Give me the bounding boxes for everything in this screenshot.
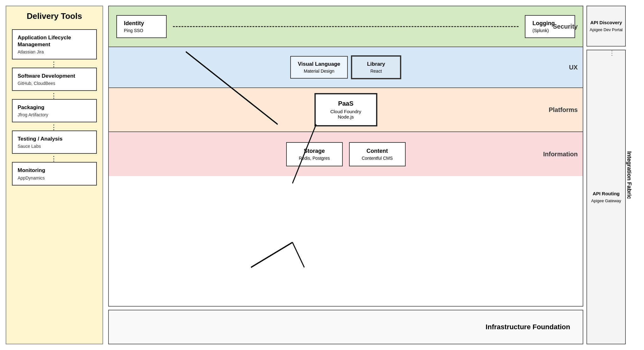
packaging-title: Packaging [18, 104, 91, 111]
api-routing-text: API Routing Apigee Gateway [591, 190, 621, 204]
delivery-tools-title: Delivery Tools [12, 11, 97, 24]
security-band: Identity Ping SSO Logging (Splunk) Secur… [109, 6, 583, 47]
identity-title: Identity [124, 20, 159, 27]
ux-band: Visual Language Material Design Library … [109, 47, 583, 88]
paas-title: PaaS [326, 100, 366, 107]
monitoring-subtitle: AppDynamics [18, 175, 91, 181]
delivery-tools-panel: Delivery Tools Application Lifecycle Man… [6, 6, 103, 344]
security-label: Security [553, 23, 578, 30]
svg-line-1 [251, 242, 292, 267]
ux-boxes: Visual Language Material Design Library … [290, 55, 401, 79]
software-dev-item: Software Development GitHub, CloudBees [12, 68, 97, 91]
storage-box: Storage Redis, Postgres [286, 142, 343, 166]
main-content: Identity Ping SSO Logging (Splunk) Secur… [108, 6, 583, 344]
visual-language-title: Visual Language [298, 61, 340, 67]
visual-language-subtitle: Material Design [298, 69, 340, 74]
api-discovery-box: API Discovery Apigee Dev Portal [586, 6, 626, 47]
right-area: Identity Ping SSO Logging (Splunk) Secur… [108, 6, 638, 344]
alm-title: Application Lifecycle Management [18, 34, 91, 48]
svg-line-2 [292, 242, 304, 267]
security-dotted-line [173, 26, 519, 27]
infrastructure-band: Infrastructure Foundation [108, 310, 583, 344]
alm-subtitle: Atlassian Jira [18, 49, 91, 54]
software-dev-title: Software Development [18, 73, 91, 80]
separator-4: ⋮ [12, 156, 97, 162]
api-discovery-text: API Discovery Apigee Dev Portal [590, 19, 623, 33]
top-section: Identity Ping SSO Logging (Splunk) Secur… [108, 6, 583, 307]
software-dev-subtitle: GitHub, CloudBees [18, 81, 91, 86]
platforms-label: Platforms [549, 106, 578, 114]
paas-box: PaaS Cloud FoundryNode.js [314, 93, 377, 126]
api-routing-box: API Routing Apigee Gateway [586, 50, 626, 344]
content-box: Content Contentful CMS [349, 142, 406, 166]
packaging-item: Packaging Jfrog Artifactory [12, 99, 97, 122]
ux-label: UX [569, 64, 578, 71]
separator-3: ⋮ [12, 124, 97, 131]
alm-item: Application Lifecycle Management Atlassi… [12, 29, 97, 59]
library-box: Library React [351, 55, 401, 79]
content-subtitle: Contentful CMS [358, 156, 397, 161]
storage-title: Storage [295, 148, 334, 154]
packaging-subtitle: Jfrog Artifactory [18, 112, 91, 117]
library-subtitle: React [359, 69, 393, 74]
testing-item: Testing / Analysis Sauce Labs [12, 131, 97, 154]
monitoring-item: Monitoring AppDynamics [12, 162, 97, 185]
information-band: Storage Redis, Postgres Content Contentf… [109, 132, 583, 176]
platforms-band: PaaS Cloud FoundryNode.js Platforms [109, 88, 583, 132]
visual-language-box: Visual Language Material Design [290, 56, 348, 79]
identity-subtitle: Ping SSO [124, 28, 159, 33]
integration-fabric-label: Integration Fabric [625, 151, 632, 199]
api-dotted-separator: ⋮ [609, 49, 616, 57]
separator-2: ⋮ [12, 93, 97, 99]
monitoring-title: Monitoring [18, 167, 91, 174]
identity-box: Identity Ping SSO [116, 15, 167, 38]
storage-subtitle: Redis, Postgres [295, 156, 334, 161]
testing-subtitle: Sauce Labs [18, 144, 91, 149]
library-title: Library [359, 61, 393, 67]
testing-title: Testing / Analysis [18, 136, 91, 142]
information-label: Information [543, 151, 578, 158]
api-fabric-wrapper: API Discovery Apigee Dev Portal API Rout… [586, 6, 638, 344]
separator-1: ⋮ [12, 61, 97, 68]
infrastructure-title: Infrastructure Foundation [486, 323, 570, 331]
paas-subtitle: Cloud FoundryNode.js [326, 109, 366, 119]
content-title: Content [358, 148, 397, 154]
